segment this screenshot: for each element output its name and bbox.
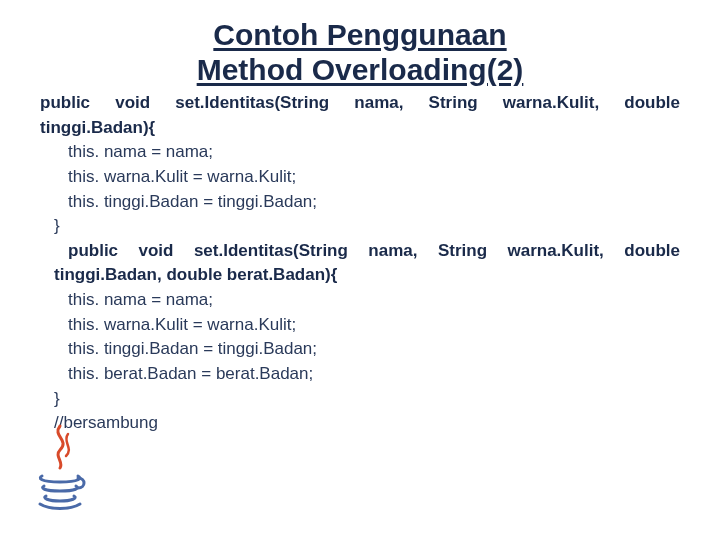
title-line-1: Contoh Penggunaan [213,18,506,51]
title-line-2: Method Overloading(2) [197,53,524,86]
method1-signature-line2: tinggi.Badan){ [40,116,680,141]
code-line: this. berat.Badan = berat.Badan; [40,362,680,387]
code-line: this. tinggi.Badan = tinggi.Badan; [40,190,680,215]
closing-brace: } [40,214,680,239]
method2-signature-line2: tinggi.Badan, double berat.Badan){ [40,263,680,288]
method2-signature-line1: public void set.Identitas(String nama, S… [40,239,680,264]
code-line: this. nama = nama; [40,288,680,313]
method1-signature-line1: public void set.Identitas(String nama, S… [40,91,680,116]
closing-brace: } [40,387,680,412]
code-block: public void set.Identitas(String nama, S… [0,87,720,436]
java-cup-icon [30,420,90,510]
java-logo-icon [30,420,90,510]
comment-line: //bersambung [40,411,680,436]
slide-title: Contoh Penggunaan Method Overloading(2) [0,0,720,87]
code-line: this. warna.Kulit = warna.Kulit; [40,165,680,190]
code-line: this. nama = nama; [40,140,680,165]
code-line: this. warna.Kulit = warna.Kulit; [40,313,680,338]
code-line: this. tinggi.Badan = tinggi.Badan; [40,337,680,362]
